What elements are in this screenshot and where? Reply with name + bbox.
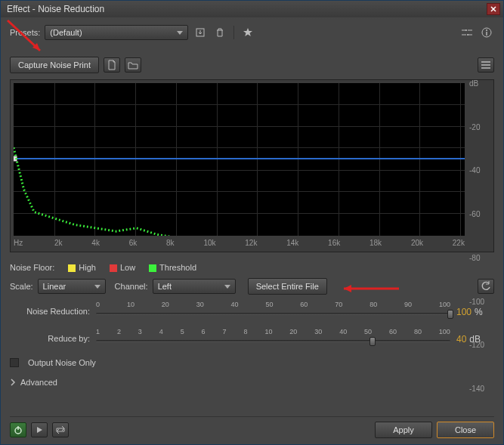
- loop-button[interactable]: [52, 422, 69, 437]
- reduce-by-label: Reduce by:: [10, 328, 90, 343]
- footer: Apply Close: [10, 416, 494, 438]
- power-icon: [14, 425, 23, 434]
- select-entire-file-button[interactable]: Select Entire File: [248, 278, 327, 295]
- scale-value: Linear: [43, 282, 66, 291]
- star-icon: [243, 27, 253, 38]
- noise-print-file-button[interactable]: [104, 57, 120, 73]
- scale-label: Scale:: [10, 282, 33, 291]
- legend-title: Noise Floor:: [10, 263, 54, 272]
- dialog-window: Effect - Noise Reduction Presets: (Defau…: [0, 0, 504, 445]
- capture-noise-print-button[interactable]: Capture Noise Print: [10, 57, 99, 73]
- svg-rect-5: [486, 32, 487, 36]
- x-axis-label: Hz: [14, 239, 32, 247]
- channel-dropdown[interactable]: Left: [153, 279, 236, 294]
- capture-row: Capture Noise Print: [10, 57, 494, 73]
- noise-reduction-slider: Noise Reduction: 0102030405060708090100 …: [10, 301, 494, 322]
- legend-high: High: [79, 263, 96, 272]
- noise-reduction-label: Noise Reduction:: [10, 301, 90, 316]
- play-icon: [36, 426, 43, 434]
- noise-print-folder-button[interactable]: [125, 57, 141, 73]
- save-preset-button[interactable]: [193, 25, 208, 40]
- plot-canvas[interactable]: [14, 83, 465, 236]
- apply-button[interactable]: Apply: [375, 422, 432, 438]
- titlebar: Effect - Noise Reduction: [1, 1, 503, 17]
- x-axis: Hz 2k4k6k8k10k12k14k16k18k20k22k: [14, 239, 490, 247]
- chevron-down-icon: [94, 285, 100, 289]
- low-swatch: [110, 264, 117, 272]
- channel-label: Channel:: [115, 282, 148, 291]
- reset-icon: [481, 281, 491, 292]
- presets-value: (Default): [50, 28, 82, 37]
- menu-icon: [481, 61, 491, 69]
- advanced-toggle[interactable]: Advanced: [10, 378, 494, 387]
- preview-play-button[interactable]: [31, 422, 48, 437]
- reduce-by-slider: Reduce by: 1234567810203040506080100 40d…: [10, 328, 494, 349]
- high-swatch: [68, 264, 76, 272]
- folder-icon: [128, 60, 138, 70]
- disk-down-icon: [195, 27, 206, 38]
- output-noise-only-checkbox[interactable]: [10, 358, 19, 367]
- legend: Noise Floor: High Low Threshold: [10, 263, 494, 272]
- reduce-by-thumb[interactable]: [369, 337, 376, 346]
- scale-dropdown[interactable]: Linear: [38, 279, 106, 294]
- svg-point-2: [467, 34, 468, 36]
- delete-preset-button[interactable]: [212, 25, 227, 40]
- window-close-button[interactable]: [487, 3, 500, 15]
- close-button[interactable]: Close: [437, 422, 494, 438]
- annotation-arrow: [335, 281, 403, 296]
- file-icon: [107, 60, 116, 70]
- close-icon: [490, 6, 496, 12]
- noise-reduction-value: 100: [456, 307, 472, 317]
- reduce-by-value: 40: [456, 334, 466, 345]
- reset-button[interactable]: [478, 279, 494, 294]
- noise-curve: [14, 83, 465, 236]
- channel-value: Left: [158, 282, 172, 291]
- advanced-label: Advanced: [20, 378, 57, 387]
- noise-reduction-track[interactable]: 0102030405060708090100: [96, 301, 450, 322]
- noise-reduction-thumb[interactable]: [447, 310, 453, 319]
- power-toggle[interactable]: [10, 422, 26, 437]
- svg-point-4: [486, 29, 487, 31]
- window-title: Effect - Noise Reduction: [7, 4, 104, 14]
- info-icon: [481, 27, 492, 38]
- info-button[interactable]: [479, 25, 494, 40]
- presets-dropdown[interactable]: (Default): [45, 25, 188, 40]
- y-axis: dB-20-40-60-80-100-120-140: [465, 83, 490, 236]
- trash-icon: [215, 27, 224, 38]
- legend-threshold: Threshold: [159, 263, 196, 272]
- svg-point-1: [465, 29, 467, 31]
- loop-icon: [55, 425, 66, 434]
- presets-label: Presets:: [10, 28, 40, 37]
- favorite-button[interactable]: [240, 25, 255, 40]
- legend-low: Low: [120, 263, 135, 272]
- reduce-by-track[interactable]: 1234567810203040506080100: [96, 328, 450, 349]
- chevron-down-icon: [224, 285, 230, 289]
- chevron-down-icon: [177, 31, 183, 35]
- route-icon: [461, 28, 473, 37]
- noise-reduction-unit: %: [475, 307, 483, 317]
- output-noise-only-label: Output Noise Only: [28, 358, 96, 367]
- output-noise-only-row[interactable]: Output Noise Only: [10, 358, 494, 367]
- plot-options-button[interactable]: [478, 57, 494, 73]
- chevron-right-icon: [10, 379, 16, 386]
- scale-row: Scale: Linear Channel: Left Select Entir…: [10, 278, 494, 295]
- routing-button[interactable]: [459, 25, 475, 40]
- spectrum-plot: dB-20-40-60-80-100-120-140 Hz 2k4k6k8k10…: [10, 79, 494, 252]
- threshold-swatch: [149, 264, 156, 272]
- presets-row: Presets: (Default): [10, 25, 494, 40]
